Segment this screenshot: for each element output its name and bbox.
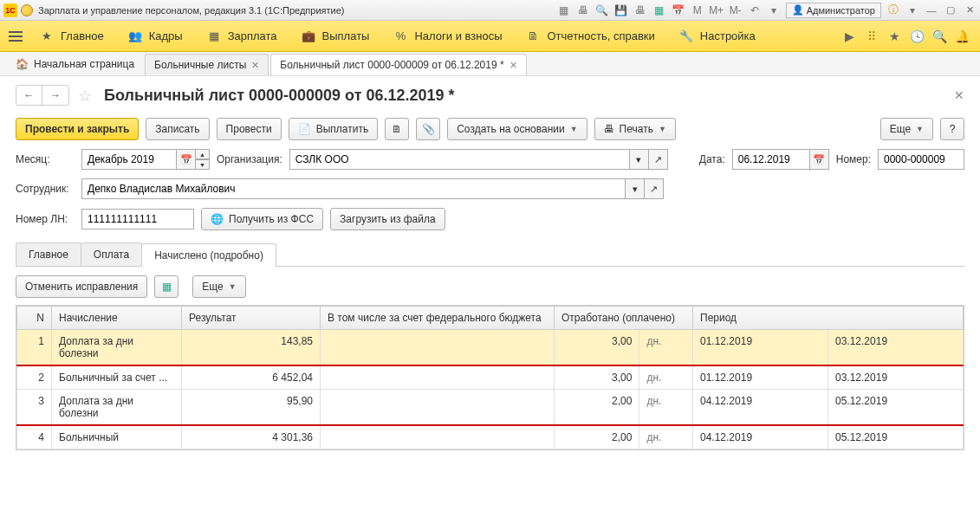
col-federal[interactable]: В том числе за счет федерального бюджета [321,307,555,330]
tab-1-close[interactable]: ✕ [509,60,517,71]
m-button[interactable]: M [691,3,704,17]
page-close[interactable]: ✕ [954,88,964,102]
cell-n: 2 [17,365,52,390]
menu-kadry[interactable]: 👥Кадры [116,21,195,52]
tab-sick-doc[interactable]: Больничный лист 0000-000009 от 06.12.201… [270,54,526,75]
menu-kadry-label: Кадры [149,29,183,42]
orb-menu[interactable] [21,4,33,16]
cell-period-from: 01.12.2019 [693,330,828,366]
chevron-down-icon: ▼ [570,125,578,133]
file-icon-button[interactable]: 🗎 [385,118,409,140]
create-basis-button[interactable]: Создать на основании▼ [447,118,587,140]
user-button[interactable]: 👤Администратор [786,3,881,18]
month-up[interactable]: ▲ [196,149,210,159]
table-row[interactable]: 4Больничный4 301,362,00дн.04.12.201905.1… [17,425,964,449]
post-button[interactable]: Провести [217,118,282,140]
itab-main[interactable]: Главное [16,242,81,266]
post-close-label: Провести и закрыть [25,123,129,135]
col-period[interactable]: Период [693,307,964,330]
calc-icon[interactable]: ▦ [652,3,666,17]
col-worked[interactable]: Отработано (оплачено) [555,307,693,330]
preview-icon[interactable]: 🔍 [595,3,609,17]
month-down[interactable]: ▼ [196,159,210,170]
itab-accrued[interactable]: Начислено (подробно) [141,243,276,267]
org-open[interactable]: ↗ [649,149,668,170]
grid-settings-button[interactable]: ▦ [154,275,178,298]
menu-nalogi-label: Налоги и взносы [414,29,502,42]
favorite-star[interactable]: ☆ [78,87,95,104]
form-row-2: Сотрудник: ▾ ↗ [16,178,964,199]
undo-icon[interactable]: ↶ [748,3,762,17]
dropdown-icon[interactable]: ▾ [767,3,781,17]
bell-icon[interactable]: 🔔 [954,29,970,44]
maximize-button[interactable]: ▢ [944,3,957,17]
employee-dropdown[interactable]: ▾ [626,178,645,199]
org-dropdown[interactable]: ▾ [630,149,649,170]
date-input[interactable] [732,149,810,170]
nav-forward[interactable]: → [42,86,68,105]
get-fss-button[interactable]: 🌐Получить из ФСС [201,208,323,230]
print-button[interactable]: 🖶Печать▼ [594,118,676,140]
minimize-button[interactable]: — [925,3,938,17]
m-minus-button[interactable]: M- [729,3,743,17]
tb-icon-1[interactable]: ▦ [557,3,571,17]
save-button[interactable]: Записать [146,118,209,140]
hamburger-button[interactable] [3,24,28,48]
print-label: Печать [620,123,653,135]
print2-icon[interactable]: 🖶 [633,3,647,17]
chevron-down-icon[interactable]: ▾ [905,3,919,17]
month-input[interactable] [81,149,177,170]
calendar-icon[interactable]: 📅 [672,3,685,17]
grid-more-button[interactable]: Еще▼ [192,275,245,298]
tab-sick-list[interactable]: Больничные листы✕ [145,54,269,75]
table-row[interactable]: 2Больничный за счет ...6 452,043,00дн.01… [17,365,964,390]
date-calendar-button[interactable]: 📅 [810,149,829,170]
tab-0-close[interactable]: ✕ [251,60,259,71]
m-plus-button[interactable]: M+ [710,3,724,17]
load-file-button[interactable]: Загрузить из файла [330,208,445,230]
menu-reports[interactable]: 🗎Отчетность, справки [515,21,667,52]
tab-home[interactable]: 🏠Начальная страница [7,53,143,75]
more-button[interactable]: Еще▼ [880,118,933,140]
page-title: Больничный лист 0000-000009 от 06.12.201… [104,87,455,105]
load-file-label: Загрузить из файла [340,213,436,225]
menu-zarplata[interactable]: ▦Зарплата [195,21,289,52]
search-icon[interactable]: 🔍 [931,29,947,44]
post-close-button[interactable]: Провести и закрыть [16,118,139,140]
favorite-icon[interactable]: ★ [886,29,902,44]
attach-icon-button[interactable]: 📎 [416,118,440,140]
menu-settings[interactable]: 🔧Настройка [667,21,768,52]
number-input[interactable] [878,149,964,170]
table-row[interactable]: 3Доплата за дни болезни95,902,00дн.04.12… [17,390,964,426]
main-menu: ★Главное 👥Кадры ▦Зарплата 💼Выплаты %Нало… [0,21,980,52]
menu-vyplaty[interactable]: 💼Выплаты [289,21,382,52]
itab-payment[interactable]: Оплата [81,242,142,266]
print-icon[interactable]: 🖶 [576,3,590,17]
cell-worked: 2,00 [555,425,639,449]
pay-button[interactable]: 📄Выплатить [289,118,379,140]
apps-icon[interactable]: ⠿ [864,29,879,44]
save-icon[interactable]: 💾 [614,3,628,17]
employee-open[interactable]: ↗ [645,178,664,199]
cancel-fix-button[interactable]: Отменить исправления [16,275,147,298]
cell-period-to: 03.12.2019 [828,365,964,390]
info-icon[interactable]: ⓘ [886,3,900,17]
ln-input[interactable] [81,209,194,229]
col-accrual[interactable]: Начисление [52,307,182,330]
history-icon[interactable]: 🕓 [909,29,925,44]
col-n[interactable]: N [17,307,52,330]
month-calendar-button[interactable]: 📅 [177,149,196,170]
close-window-button[interactable]: ✕ [963,3,977,17]
play-icon[interactable]: ▶ [841,29,857,44]
col-result[interactable]: Результат [182,307,321,330]
employee-input[interactable] [81,178,626,199]
table-row[interactable]: 1Доплата за дни болезни143,853,00дн.01.1… [17,330,964,366]
menu-nalogi[interactable]: %Налоги и взносы [381,21,514,52]
help-button[interactable]: ? [940,118,964,140]
month-label: Месяц: [16,153,75,165]
wrench-icon: 🔧 [679,29,693,43]
nav-back[interactable]: ← [16,86,42,105]
org-input[interactable] [289,149,630,170]
people-icon: 👥 [128,29,142,43]
menu-main[interactable]: ★Главное [28,21,116,52]
